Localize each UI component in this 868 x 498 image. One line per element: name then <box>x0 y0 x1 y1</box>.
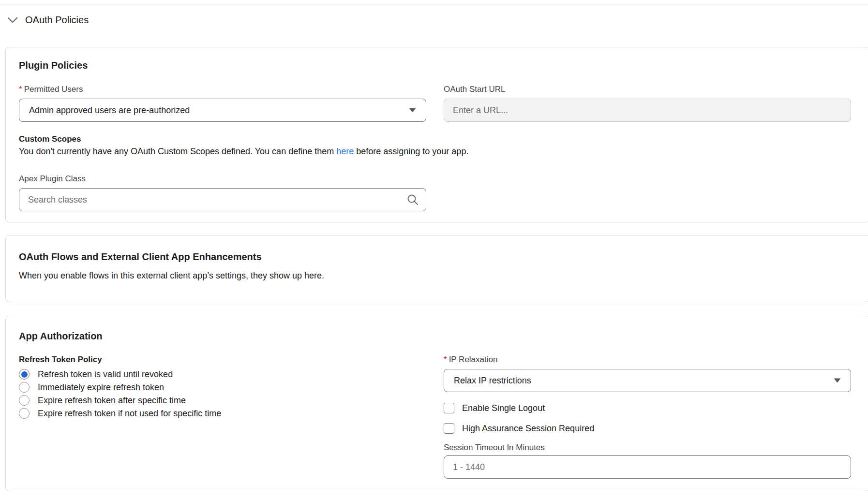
radio-expire-refresh-token-after-time[interactable]: Expire refresh token after specific time <box>19 395 426 406</box>
apex-plugin-class-field: Apex Plugin Class <box>19 174 426 211</box>
session-timeout-input[interactable] <box>444 455 851 479</box>
checkbox-label: Enable Single Logout <box>462 403 545 413</box>
oauth-start-url-input <box>444 99 851 122</box>
radio-unselected-icon <box>19 382 30 393</box>
chevron-down-icon <box>7 17 18 23</box>
oauth-flows-description: When you enable flows in this external c… <box>19 270 851 281</box>
caret-down-icon <box>834 378 841 383</box>
app-authorization-columns: Refresh Token Policy Refresh token is va… <box>19 355 851 479</box>
enable-single-logout-checkbox[interactable]: Enable Single Logout <box>444 403 851 413</box>
refresh-token-policy-label: Refresh Token Policy <box>19 355 426 365</box>
oauth-policies-page: OAuth Policies Plugin Policies *Permitte… <box>0 0 868 498</box>
ip-relaxation-select[interactable]: Relax IP restrictions <box>444 369 851 392</box>
ip-relaxation-label-text: IP Relaxation <box>449 355 498 364</box>
oauth-flows-heading: OAuth Flows and External Client App Enha… <box>19 251 851 263</box>
radio-option-label: Immediately expire refresh token <box>38 382 164 393</box>
custom-scopes-text: You don't currently have any OAuth Custo… <box>19 146 851 157</box>
app-authorization-card: App Authorization Refresh Token Policy R… <box>5 316 868 491</box>
spacer-cell <box>444 174 851 211</box>
radio-refresh-token-valid-until-revoked[interactable]: Refresh token is valid until revoked <box>19 369 426 380</box>
oauth-policies-section-toggle[interactable]: OAuth Policies <box>7 15 89 26</box>
checkbox-label: High Assurance Session Required <box>462 423 594 434</box>
checkbox-unchecked-icon <box>444 423 454 434</box>
radio-option-label: Refresh token is valid until revoked <box>38 369 173 380</box>
radio-expire-refresh-token-if-not-used[interactable]: Expire refresh token if not used for spe… <box>19 408 426 419</box>
required-asterisk: * <box>19 85 22 94</box>
section-title: OAuth Policies <box>25 15 89 26</box>
radio-option-label: Expire refresh token if not used for spe… <box>38 408 221 419</box>
caret-down-icon <box>409 108 416 113</box>
section-top-divider <box>0 4 868 4</box>
plugin-policies-card: Plugin Policies *Permitted Users Admin a… <box>5 47 868 222</box>
plugin-policies-heading: Plugin Policies <box>19 59 851 71</box>
ip-relaxation-selected-value: Relax IP restrictions <box>454 376 531 386</box>
checkbox-unchecked-icon <box>444 403 454 413</box>
plugin-policies-field-row: *Permitted Users Admin approved users ar… <box>19 85 851 122</box>
permitted-users-label: *Permitted Users <box>19 85 426 94</box>
permitted-users-selected-value: Admin approved users are pre-authorized <box>29 105 190 116</box>
radio-option-label: Expire refresh token after specific time <box>38 395 186 406</box>
refresh-token-policy-group: Refresh Token Policy Refresh token is va… <box>19 355 426 479</box>
radio-immediately-expire-refresh-token[interactable]: Immediately expire refresh token <box>19 382 426 393</box>
app-authorization-right-column: *IP Relaxation Relax IP restrictions Ena… <box>444 355 851 479</box>
apex-plugin-class-search <box>19 188 426 211</box>
apex-plugin-row: Apex Plugin Class <box>19 174 851 211</box>
app-authorization-heading: App Authorization <box>19 330 851 342</box>
search-icon <box>407 194 419 205</box>
ip-relaxation-label: *IP Relaxation <box>444 355 851 365</box>
high-assurance-session-required-checkbox[interactable]: High Assurance Session Required <box>444 423 851 434</box>
custom-scopes-block: Custom Scopes You don't currently have a… <box>19 134 851 157</box>
refresh-token-policy-radios: Refresh token is valid until revoked Imm… <box>19 369 426 419</box>
radio-selected-icon <box>19 369 30 380</box>
permitted-users-field: *Permitted Users Admin approved users ar… <box>19 85 426 122</box>
custom-scopes-text-after: before assigning to your app. <box>354 146 468 156</box>
oauth-start-url-label: OAuth Start URL <box>444 85 851 94</box>
custom-scopes-heading: Custom Scopes <box>19 134 851 144</box>
session-timeout-label: Session Timeout In Minutes <box>444 443 851 453</box>
oauth-flows-card: OAuth Flows and External Client App Enha… <box>5 235 868 302</box>
required-asterisk: * <box>444 355 447 364</box>
apex-plugin-class-search-input[interactable] <box>19 188 426 211</box>
permitted-users-select[interactable]: Admin approved users are pre-authorized <box>19 99 426 122</box>
permitted-users-label-text: Permitted Users <box>24 85 83 94</box>
custom-scopes-text-before: You don't currently have any OAuth Custo… <box>19 146 336 156</box>
radio-unselected-icon <box>19 408 30 419</box>
oauth-start-url-field: OAuth Start URL <box>444 85 851 122</box>
radio-unselected-icon <box>19 395 30 406</box>
apex-plugin-class-label: Apex Plugin Class <box>19 174 426 184</box>
custom-scopes-here-link[interactable]: here <box>336 146 354 156</box>
